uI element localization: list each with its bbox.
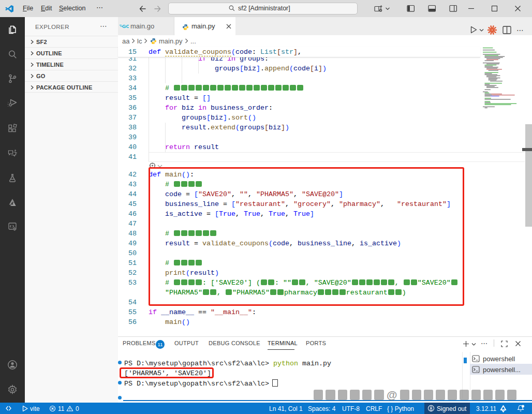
svg-text:GO: GO (122, 23, 129, 29)
